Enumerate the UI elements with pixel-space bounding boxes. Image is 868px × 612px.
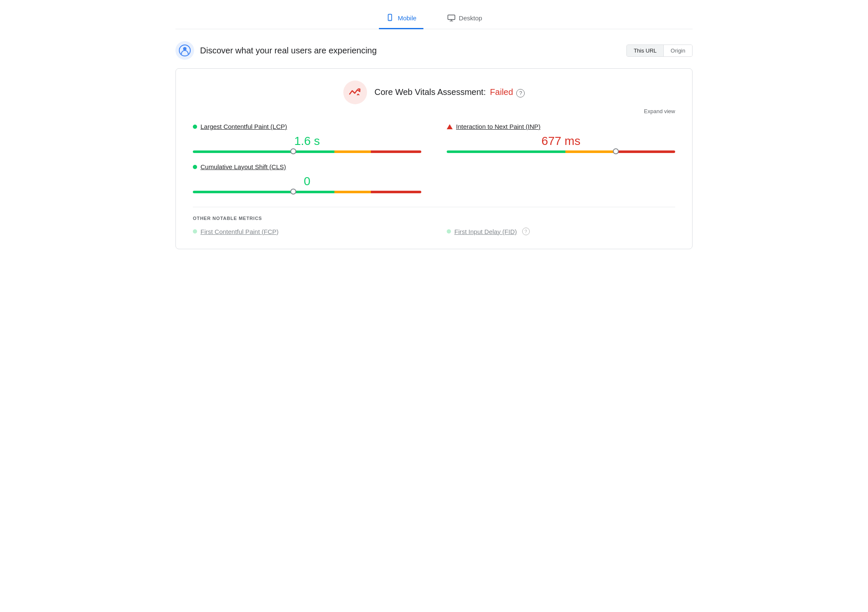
url-origin-toggle: This URL Origin [626,45,693,57]
expand-link[interactable]: Expand view [644,108,675,114]
metric-lcp: Largest Contentful Paint (LCP) 1.6 s [193,123,421,153]
fid-help-icon[interactable]: ? [522,228,530,235]
lcp-bar-orange [334,150,371,153]
cls-marker-circle [290,189,296,195]
inp-bar-green [447,150,565,153]
tab-desktop[interactable]: Desktop [440,8,489,29]
inp-marker [613,148,619,154]
lcp-bar-green [193,150,334,153]
inp-triangle-icon [447,124,453,129]
inp-marker-circle [613,148,619,154]
cls-value: 0 [193,175,421,188]
header-title: Discover what your real users are experi… [200,46,377,56]
metric-cls: Cumulative Layout Shift (CLS) 0 [193,163,421,193]
assessment-title-container: Core Web Vitals Assessment: Failed ? [375,87,525,97]
page-container: Mobile Desktop Discover what your real [159,0,709,258]
cls-link[interactable]: Cumulative Layout Shift (CLS) [200,163,286,170]
cls-bar-green [193,191,334,193]
inp-bar-red [616,150,675,153]
fid-link[interactable]: First Input Delay (FID) [454,228,517,235]
url-button[interactable]: This URL [627,45,664,56]
origin-button[interactable]: Origin [664,45,692,56]
assessment-header: Core Web Vitals Assessment: Failed ? [193,81,675,104]
assessment-status: Failed [490,87,513,97]
metric-inp-label: Interaction to Next Paint (INP) [447,123,675,130]
metric-cls-label: Cumulative Layout Shift (CLS) [193,163,421,170]
crux-icon [175,41,194,60]
lcp-marker-circle [290,148,296,154]
lcp-bar [193,150,421,153]
assessment-title: Core Web Vitals Assessment: [375,87,486,97]
fid-dot-icon [447,229,451,234]
other-metric-fid: First Input Delay (FID) ? [447,228,675,235]
header-left: Discover what your real users are experi… [175,41,377,60]
tab-desktop-label: Desktop [459,14,482,22]
other-metrics-grid: First Contentful Paint (FCP) First Input… [193,228,675,235]
other-metrics-label: OTHER NOTABLE METRICS [193,216,675,221]
fcp-dot-icon [193,229,197,234]
main-card: Core Web Vitals Assessment: Failed ? Exp… [175,68,693,249]
cls-bar-red [371,191,421,193]
svg-point-1 [390,19,391,20]
cls-bar-orange [334,191,371,193]
assessment-help-icon[interactable]: ? [516,89,525,97]
tab-mobile[interactable]: Mobile [379,8,423,29]
lcp-dot-icon [193,125,197,129]
expand-row: Expand view [193,108,675,114]
inp-bar [447,150,675,153]
metrics-grid: Largest Contentful Paint (LCP) 1.6 s Int… [193,123,675,193]
mobile-icon [386,14,394,22]
header-row: Discover what your real users are experi… [175,41,693,60]
metric-inp: Interaction to Next Paint (INP) 677 ms [447,123,675,153]
tab-bar: Mobile Desktop [175,8,693,29]
inp-value: 677 ms [447,134,675,148]
inp-bar-orange [565,150,616,153]
lcp-marker [290,148,296,154]
cls-dot-icon [193,165,197,169]
lcp-bar-red [371,150,421,153]
desktop-icon [447,14,456,22]
svg-rect-2 [448,15,455,19]
inp-link[interactable]: Interaction to Next Paint (INP) [456,123,540,130]
other-metric-fcp: First Contentful Paint (FCP) [193,228,421,235]
tab-mobile-label: Mobile [398,14,416,22]
svg-point-4 [183,47,186,50]
lcp-value: 1.6 s [193,134,421,148]
cls-bar [193,191,421,193]
section-divider [193,207,675,207]
metric-lcp-label: Largest Contentful Paint (LCP) [193,123,421,130]
other-metrics-section: OTHER NOTABLE METRICS First Contentful P… [193,216,675,235]
lcp-link[interactable]: Largest Contentful Paint (LCP) [200,123,287,130]
assessment-icon-circle [343,81,367,104]
fcp-link[interactable]: First Contentful Paint (FCP) [200,228,278,235]
cls-marker [290,189,296,195]
